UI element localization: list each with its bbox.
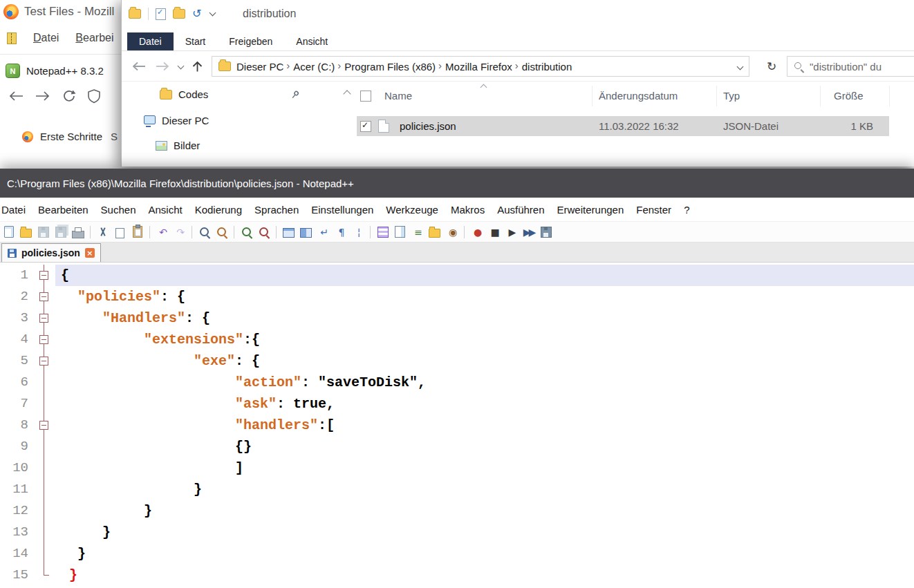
quick-access-properties-icon[interactable] [156, 8, 166, 20]
nav-up-icon[interactable] [192, 60, 203, 73]
sync-vertical-icon[interactable] [281, 225, 296, 240]
save-icon[interactable] [36, 225, 50, 240]
replace-icon[interactable] [214, 225, 229, 240]
npp-menu-item[interactable]: Einstellungen [305, 204, 380, 216]
column-divider[interactable] [889, 86, 890, 106]
column-header-type[interactable]: Typ [723, 90, 740, 102]
fold-marker-icon[interactable] [39, 292, 48, 301]
select-all-checkbox[interactable] [360, 91, 371, 102]
close-tab-icon[interactable] [85, 248, 95, 258]
ribbon-tab-start[interactable]: Start [174, 32, 218, 50]
cut-icon[interactable] [95, 225, 110, 240]
column-header-modified[interactable]: Änderungsdatum [599, 90, 678, 102]
address-box[interactable]: Dieser PCAcer (C:)Program Files (x86)Moz… [212, 56, 749, 77]
file-row[interactable]: policies.json 11.03.2022 16:32 JSON-Date… [357, 116, 889, 136]
npp-titlebar: C:\Program Files (x86)\Mozilla Firefox\d… [0, 169, 914, 198]
function-list-icon[interactable]: ≡ [410, 225, 425, 240]
bookmark-partial[interactable]: S [111, 131, 118, 142]
npp-menu-item[interactable]: ? [678, 204, 696, 216]
firefox-window: Test Files - Mozill Datei Bearbei Notepa… [0, 0, 121, 169]
column-divider[interactable] [716, 86, 717, 106]
breadcrumb-segment[interactable]: Mozilla Firefox [444, 61, 514, 73]
bookmark-erste-schritte[interactable]: Erste Schritte [40, 131, 102, 142]
quick-access-new-folder-icon[interactable] [173, 9, 185, 19]
column-header-size[interactable]: Größe [834, 90, 864, 102]
zoom-out-icon[interactable] [257, 225, 271, 240]
column-divider[interactable] [592, 86, 593, 106]
show-all-characters-icon[interactable]: ¶ [333, 225, 348, 240]
find-icon[interactable] [197, 225, 212, 240]
back-icon[interactable] [8, 91, 24, 102]
new-file-icon[interactable] [1, 225, 16, 240]
editor-line: 11 } [0, 479, 914, 500]
fold-marker-icon[interactable] [39, 271, 48, 280]
npp-menu-item[interactable]: Ansicht [142, 204, 188, 216]
reload-icon[interactable] [61, 88, 76, 104]
play-macro-icon[interactable]: ▶ [504, 225, 519, 240]
sidebar-item-bilder[interactable]: Bilder [156, 140, 200, 151]
open-file-icon[interactable] [19, 225, 33, 240]
npp-menu-item[interactable]: Sprachen [248, 204, 305, 216]
breadcrumb-segment[interactable]: Acer (C:) [292, 61, 336, 73]
breadcrumb-segment[interactable]: Dieser PC [235, 61, 285, 73]
redo-icon[interactable]: ↷ [172, 225, 187, 240]
tab-policies-json[interactable]: policies.json [1, 243, 101, 262]
npp-menu-item[interactable]: Suchen [95, 204, 142, 216]
print-icon[interactable] [71, 225, 85, 240]
monitoring-icon[interactable]: ◉ [445, 225, 459, 240]
nav-back-icon[interactable] [131, 61, 147, 72]
sidebar-item-codes[interactable]: Codes [160, 88, 208, 100]
zoom-in-icon[interactable] [239, 225, 254, 240]
ribbon-tab-freigeben[interactable]: Freigeben [217, 32, 284, 50]
fold-marker-icon[interactable] [39, 421, 48, 430]
recent-locations-icon[interactable] [178, 63, 185, 70]
word-wrap-icon[interactable]: ↵ [316, 225, 330, 240]
breadcrumb-segment[interactable]: distribution [521, 61, 574, 73]
undo-icon[interactable] [192, 8, 203, 20]
paste-icon[interactable] [130, 225, 144, 240]
run-macro-multiple-icon[interactable]: ▶▶ [521, 225, 536, 240]
sync-horizontal-icon[interactable] [299, 225, 313, 240]
forward-icon[interactable] [35, 91, 50, 102]
stop-macro-icon[interactable]: ■ [487, 225, 501, 240]
npp-menu-item[interactable]: Kodierung [189, 204, 248, 216]
column-divider[interactable] [820, 86, 821, 106]
quick-access-customize-icon[interactable] [209, 10, 216, 17]
file-checkbox[interactable] [360, 121, 371, 132]
npp-menu-item[interactable]: Fenster [630, 204, 678, 216]
npp-menu-item[interactable]: Datei [0, 204, 32, 216]
document-map-icon[interactable] [393, 225, 407, 240]
breadcrumb-segment[interactable]: Program Files (x86) [343, 61, 437, 73]
sidebar-scroll-up-icon[interactable] [343, 90, 351, 97]
npp-menu-item[interactable]: Bearbeiten [32, 204, 95, 216]
fold-marker-icon[interactable] [39, 357, 48, 366]
firefox-menu-bearbeiten[interactable]: Bearbei [75, 32, 113, 44]
record-macro-icon[interactable]: ● [469, 225, 484, 240]
code-line-text: "Handlers": { [55, 307, 914, 329]
save-macro-icon[interactable] [539, 225, 553, 240]
shield-icon[interactable] [86, 88, 102, 104]
refresh-icon[interactable] [761, 56, 783, 77]
nav-forward-icon[interactable] [155, 61, 170, 72]
ribbon-tab-datei[interactable]: Datei [127, 32, 174, 50]
ribbon-tab-ansicht[interactable]: Ansicht [284, 32, 339, 50]
undo-icon[interactable]: ↶ [155, 225, 169, 240]
search-box[interactable]: "distribution" du [787, 56, 914, 77]
fold-marker-icon[interactable] [39, 314, 48, 323]
npp-menu-item[interactable]: Erweiterungen [551, 204, 631, 216]
sidebar-item-dieser-pc[interactable]: Dieser PC [144, 115, 209, 126]
firefox-menu-datei[interactable]: Datei [33, 32, 59, 44]
editor-surface[interactable]: 1{2 "policies": {3 "Handlers": {4 "exten… [0, 263, 914, 588]
save-all-icon[interactable] [53, 225, 68, 240]
npp-menu-item[interactable]: Ausführen [491, 204, 550, 216]
address-dropdown-icon[interactable] [737, 63, 744, 70]
folder-workspace-icon[interactable] [427, 225, 442, 240]
define-language-icon[interactable] [375, 225, 390, 240]
npp-menu-item[interactable]: Werkzeuge [380, 204, 445, 216]
copy-icon[interactable] [113, 225, 127, 240]
fold-marker-icon[interactable] [39, 335, 48, 344]
column-header-name[interactable]: Name [384, 90, 412, 102]
fold-margin [35, 415, 55, 436]
npp-menu-item[interactable]: Makros [445, 204, 491, 216]
indent-guide-icon[interactable]: ¦ [351, 225, 365, 240]
